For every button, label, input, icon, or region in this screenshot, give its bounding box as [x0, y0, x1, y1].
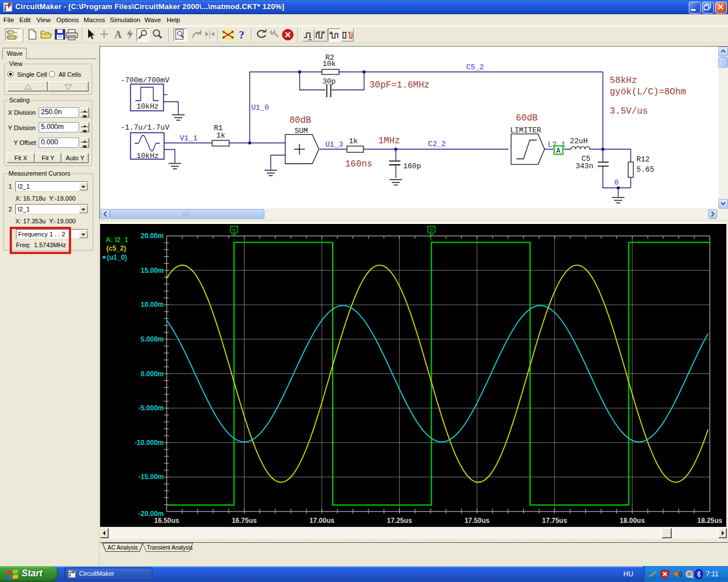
svg-text:0: 0 [614, 178, 619, 187]
svg-text:A: I2_1: A: I2_1 [106, 236, 129, 244]
svg-text:U1_0: U1_0 [251, 103, 269, 112]
svg-text:80dB: 80dB [289, 115, 311, 126]
svg-text:0.000m: 0.000m [140, 370, 164, 378]
svg-text:1MHz: 1MHz [378, 136, 400, 146]
svg-text:V1_1: V1_1 [180, 134, 197, 143]
svg-text:1k: 1k [217, 131, 226, 140]
svg-text:1: 1 [233, 228, 236, 234]
svg-text:C5_2: C5_2 [466, 63, 484, 72]
svg-text:343n: 343n [576, 162, 593, 171]
svg-text:17.50us: 17.50us [465, 517, 490, 525]
svg-text:17.75us: 17.75us [542, 517, 567, 525]
svg-text:10.00m: 10.00m [140, 301, 164, 309]
svg-text:16.75us: 16.75us [231, 517, 257, 525]
svg-text:60dB: 60dB [516, 113, 537, 123]
svg-text:10kHz: 10kHz [136, 102, 159, 111]
svg-text:17.25us: 17.25us [387, 517, 412, 525]
svg-text:22uH: 22uH [570, 137, 588, 146]
svg-text:10kHz: 10kHz [136, 152, 159, 160]
svg-text:U1_3: U1_3 [325, 140, 343, 149]
svg-text:58kHz: 58kHz [610, 76, 637, 86]
svg-text:-5.000m: -5.000m [138, 404, 164, 412]
svg-text:1k: 1k [349, 137, 358, 146]
svg-text:-1.7u/1.7uV: -1.7u/1.7uV [121, 123, 169, 132]
svg-text:SUM: SUM [295, 127, 308, 135]
svg-text:18.25us: 18.25us [697, 517, 722, 525]
svg-text:?: ? [239, 29, 245, 41]
svg-text:A: A [114, 29, 122, 40]
svg-text:5.65: 5.65 [636, 165, 654, 174]
svg-text:-10.000m: -10.000m [135, 439, 164, 447]
svg-text:15.00m: 15.00m [140, 267, 164, 275]
svg-text:AC Analysis: AC Analysis [107, 544, 138, 551]
svg-text:gyök(L/C)=8Ohm: gyök(L/C)=8Ohm [610, 87, 686, 97]
svg-text:2: 2 [430, 228, 433, 234]
svg-text:R12: R12 [636, 155, 650, 164]
svg-text:18.00us: 18.00us [620, 517, 645, 525]
svg-text:(c5_2): (c5_2) [106, 244, 126, 252]
svg-text:30p: 30p [322, 77, 336, 86]
svg-text:160p: 160p [403, 162, 421, 171]
svg-text:LIMITER: LIMITER [510, 126, 541, 135]
svg-text:16.50us: 16.50us [154, 517, 179, 525]
svg-text:30pF=1.6MHz: 30pF=1.6MHz [370, 80, 430, 90]
svg-text:-700m/700mV: -700m/700mV [121, 76, 169, 85]
svg-text:(u1_0): (u1_0) [107, 253, 127, 261]
svg-text:160ns: 160ns [345, 159, 373, 169]
svg-text:Transient Analysis: Transient Analysis [147, 544, 193, 551]
svg-text:5.000m: 5.000m [140, 335, 164, 343]
svg-text:3.5V/us: 3.5V/us [610, 106, 648, 117]
svg-text:C2_2: C2_2 [428, 140, 446, 148]
svg-text:17.00us: 17.00us [309, 517, 334, 525]
svg-text:-15.00m: -15.00m [138, 473, 164, 481]
svg-text:10k: 10k [322, 60, 336, 68]
svg-text:20.00m: 20.00m [140, 232, 164, 240]
svg-text:A: A [556, 147, 561, 155]
